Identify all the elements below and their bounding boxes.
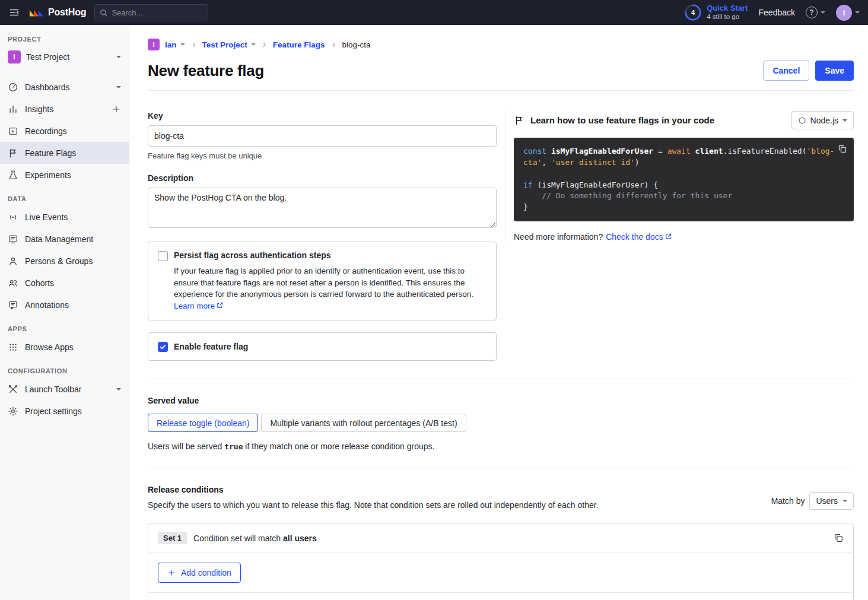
tok: } — [523, 202, 528, 211]
sidebar-item-project-settings[interactable]: Project settings — [0, 400, 129, 422]
cancel-button[interactable]: Cancel — [763, 61, 809, 81]
served-value-note: Users will be served true if they match … — [148, 442, 854, 451]
chevron-down-icon — [821, 11, 825, 14]
topbar-right: 4 Quick Start 4 still to go Feedback ? I — [684, 4, 860, 21]
persist-flag-label[interactable]: Persist flag across authentication steps — [174, 250, 331, 260]
sidebar-item-cohorts[interactable]: Cohorts — [0, 272, 129, 294]
enable-flag-label[interactable]: Enable feature flag — [174, 342, 248, 351]
match-by-value: Users — [816, 496, 838, 506]
add-condition-button[interactable]: Add condition — [158, 563, 241, 583]
condition-set-summary-bold: all users — [283, 534, 317, 543]
multiple-variants-option[interactable]: Multiple variants with rollout percentag… — [261, 414, 466, 432]
condition-set-header: Set 1 Condition set will match all users — [148, 523, 853, 553]
sidebar-item-recordings[interactable]: Recordings — [0, 120, 129, 142]
sidebar-section-configuration: CONFIGURATION — [0, 367, 129, 374]
sidebar-item-launch-toolbar[interactable]: Launch Toolbar — [0, 378, 129, 400]
help-menu[interactable]: ? — [806, 7, 825, 18]
tok: await — [667, 147, 695, 155]
tok: 'user distinct id' — [551, 158, 635, 167]
tok: if — [523, 180, 537, 189]
project-switcher[interactable]: I Test Project — [0, 46, 129, 68]
play-screen-icon — [8, 126, 18, 136]
quick-start-widget[interactable]: 4 Quick Start 4 still to go — [684, 4, 748, 21]
language-select[interactable]: Node.js — [791, 111, 854, 129]
new-insight-icon[interactable] — [112, 104, 121, 114]
posthog-logo[interactable]: PostHog — [28, 7, 86, 18]
sidebar-item-dashboards[interactable]: Dashboards — [0, 76, 129, 98]
add-condition-label: Add condition — [181, 568, 231, 577]
feedback-button[interactable]: Feedback — [759, 8, 795, 17]
breadcrumb-project-label: Test Project — [202, 40, 247, 49]
app: PostHog 4 Quick Start 4 still to go Feed… — [0, 0, 868, 600]
code-block: const isMyFlagEnabledForUser = await cli… — [514, 138, 854, 221]
quick-start-progress-ring: 4 — [684, 4, 702, 21]
sidebar-toggle-icon[interactable] — [8, 7, 20, 18]
breadcrumb-user[interactable]: Ian — [165, 40, 185, 49]
chevron-down-icon — [116, 56, 121, 58]
chevron-down-icon — [180, 43, 185, 46]
chevron-down-icon — [116, 86, 121, 88]
monitor-list-icon — [8, 234, 18, 245]
sidebar-item-label: Cohorts — [25, 278, 54, 288]
sidebar-item-persons-groups[interactable]: Persons & Groups — [0, 250, 129, 272]
code-line: const isMyFlagEnabledForUser = await cli… — [523, 147, 834, 167]
persist-flag-row: Persist flag across authentication steps — [158, 250, 487, 261]
account-menu[interactable]: I — [836, 5, 860, 21]
sidebar-item-browse-apps[interactable]: Browse Apps — [0, 336, 129, 358]
code-snippet: const isMyFlagEnabledForUser = await cli… — [523, 146, 844, 213]
served-value-options: Release toggle (boolean) Multiple varian… — [148, 414, 854, 432]
match-by-select[interactable]: Users — [809, 492, 854, 510]
posthog-logo-mark — [28, 7, 44, 18]
enable-flag-checkbox[interactable] — [158, 342, 168, 352]
chevron-down-icon — [116, 388, 121, 391]
copy-icon[interactable] — [838, 144, 847, 154]
bar-chart-icon — [8, 104, 18, 115]
project-name: Test Project — [26, 52, 69, 62]
sidebar-item-live-events[interactable]: Live Events — [0, 206, 129, 228]
docs-prompt: Need more information? — [514, 232, 603, 242]
description-input[interactable]: Show the PostHog CTA on the blog. — [148, 188, 497, 228]
sidebar-item-insights[interactable]: Insights — [0, 98, 129, 120]
page-body: PROJECT I Test Project Dashboards Insigh… — [0, 25, 868, 600]
match-by-control: Match by Users — [771, 492, 854, 510]
search-input[interactable] — [94, 4, 208, 21]
chevron-right-icon — [261, 42, 268, 48]
breadcrumb-project[interactable]: Test Project — [202, 40, 256, 49]
release-conditions-section: Release conditions Specify the users to … — [148, 468, 854, 600]
sidebar-item-data-management[interactable]: Data Management — [0, 228, 129, 250]
save-button[interactable]: Save — [815, 61, 854, 81]
sidebar-item-label: Annotations — [25, 300, 69, 310]
learn-more-link[interactable]: Learn more — [174, 301, 223, 310]
apps-grid-icon — [8, 342, 18, 353]
tools-icon — [8, 384, 18, 395]
condition-set-summary-prefix: Condition set will match — [193, 534, 283, 543]
sidebar-item-label: Browse Apps — [25, 342, 74, 352]
docs-line: Need more information?Check the docs — [514, 232, 854, 242]
sidebar-item-label: Insights — [25, 104, 53, 114]
persist-flag-description-text: If your feature flag is applied prior to… — [174, 266, 473, 299]
person-icon — [8, 256, 18, 266]
breadcrumb-feature-flags[interactable]: Feature Flags — [273, 40, 325, 49]
sidebar-section-data: DATA — [0, 195, 129, 202]
quick-start-title: Quick Start — [707, 4, 748, 13]
persist-flag-description: If your feature flag is applied prior to… — [174, 265, 487, 312]
release-toggle-option[interactable]: Release toggle (boolean) — [148, 414, 258, 432]
key-input[interactable] — [148, 125, 497, 147]
served-value-title: Served value — [148, 396, 854, 405]
sidebar-item-experiments[interactable]: Experiments — [0, 164, 129, 186]
tok: ) — [635, 158, 640, 167]
key-label: Key — [148, 111, 497, 120]
check-docs-link[interactable]: Check the docs — [606, 232, 672, 242]
global-search — [94, 4, 208, 21]
flag-icon — [8, 148, 18, 158]
main-content: I Ian Test Project Feature Flags blog-ct… — [129, 25, 868, 600]
sidebar-item-annotations[interactable]: Annotations — [0, 294, 129, 316]
persist-flag-checkbox[interactable] — [158, 251, 168, 261]
duplicate-set-icon[interactable] — [834, 533, 844, 543]
sidebar-item-feature-flags[interactable]: Feature Flags — [0, 142, 129, 164]
external-link-icon — [217, 301, 223, 310]
search-icon — [99, 8, 108, 17]
description-label: Description — [148, 173, 497, 183]
check-docs-label: Check the docs — [606, 232, 663, 242]
tok: isMyFlagEnabledForUser — [551, 147, 653, 155]
